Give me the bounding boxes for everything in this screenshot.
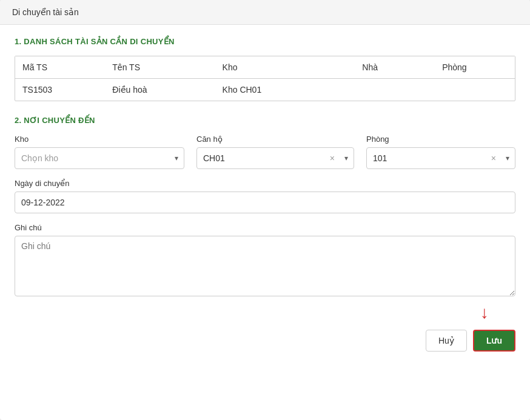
arrow-down-icon: ↓	[480, 304, 489, 321]
cell-nha	[355, 79, 435, 101]
col-header-ma-ts: Mã TS	[15, 56, 105, 79]
cancel-button[interactable]: Huỷ	[426, 330, 467, 352]
label-ngay-di-chuyen: Ngày di chuyển	[15, 179, 515, 188]
table-row: TS1503 Điều hoà Kho CH01	[15, 79, 515, 101]
label-phong: Phòng	[366, 135, 515, 144]
cell-kho: Kho CH01	[215, 79, 355, 101]
modal-container: Di chuyển tài sản 1. DANH SÁCH TÀI SẢN C…	[0, 0, 530, 420]
save-button[interactable]: Lưu	[473, 330, 515, 352]
section1: 1. DANH SÁCH TÀI SẢN CẦN DI CHUYỂN Mã TS…	[15, 37, 515, 101]
phong-clear-button[interactable]: ×	[489, 153, 498, 163]
kho-select-wrapper: Chọn kho ▾	[15, 147, 184, 169]
label-canho: Căn hộ	[196, 135, 354, 144]
section2-title: 2. NƠI CHUYỂN ĐẾN	[15, 116, 515, 125]
canho-select-wrapper: CH01 × ▾	[196, 147, 354, 169]
col-header-nha: Nhà	[355, 56, 435, 79]
label-kho: Kho	[15, 135, 184, 144]
assets-table: Mã TS Tên TS Kho Nhà Phòng TS1503 Điều h…	[15, 56, 515, 101]
col-header-kho: Kho	[215, 56, 355, 79]
phong-select-wrapper: 101 × ▾	[366, 147, 515, 169]
cell-ma-ts: TS1503	[15, 79, 105, 101]
form-row-selects: Kho Chọn kho ▾ Căn hộ CH01	[15, 135, 515, 169]
modal-title: Di chuyển tài sản	[12, 7, 79, 17]
form-group-canho: Căn hộ CH01 × ▾	[196, 135, 354, 169]
cell-ten-ts: Điều hoà	[105, 79, 215, 101]
col-header-ten-ts: Tên TS	[105, 56, 215, 79]
date-input[interactable]	[15, 192, 515, 213]
modal-header: Di chuyển tài sản	[0, 0, 530, 25]
kho-select[interactable]: Chọn kho	[15, 147, 184, 169]
form-group-date: Ngày di chuyển	[15, 179, 515, 213]
form-group-ghi-chu: Ghi chú	[15, 223, 515, 298]
ghi-chu-textarea[interactable]	[15, 236, 515, 296]
form-group-phong: Phòng 101 × ▾	[366, 135, 515, 169]
section1-title: 1. DANH SÁCH TÀI SẢN CẦN DI CHUYỂN	[15, 37, 515, 46]
modal-body: 1. DANH SÁCH TÀI SẢN CẦN DI CHUYỂN Mã TS…	[0, 25, 530, 322]
modal-footer: ↓ Huỷ Lưu	[0, 322, 530, 364]
form-group-kho: Kho Chọn kho ▾	[15, 135, 184, 169]
section2: 2. NƠI CHUYỂN ĐẾN Kho Chọn kho ▾ Căn hộ	[15, 116, 515, 298]
col-header-phong: Phòng	[435, 56, 515, 79]
cell-phong	[435, 79, 515, 101]
canho-clear-button[interactable]: ×	[327, 153, 337, 163]
label-ghi-chu: Ghi chú	[15, 223, 515, 232]
assets-table-container: Mã TS Tên TS Kho Nhà Phòng TS1503 Điều h…	[15, 56, 515, 101]
